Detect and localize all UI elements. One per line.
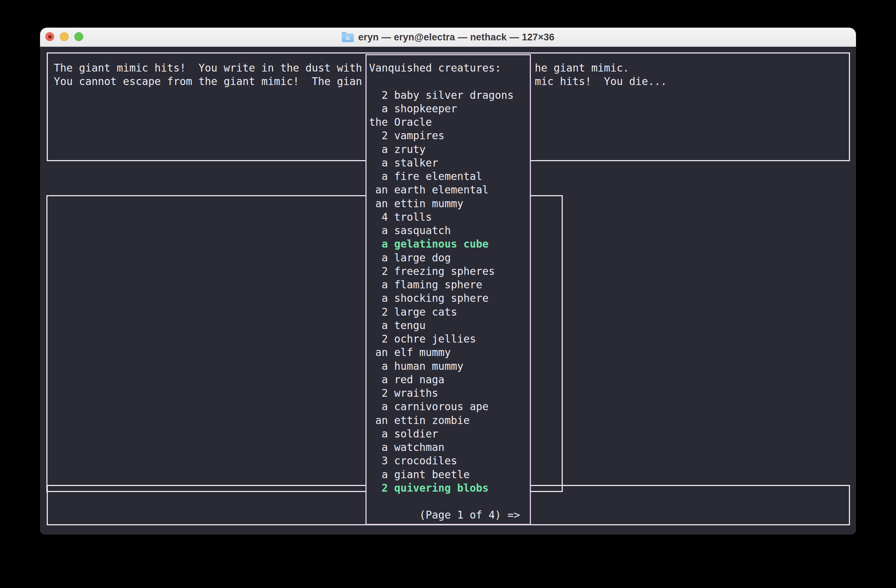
menu-item: 2 large cats bbox=[369, 305, 530, 319]
menu-item: 2 ochre jellies bbox=[369, 332, 530, 346]
menu-item: a flaming sphere bbox=[369, 278, 530, 291]
terminal-window: ⌂ eryn — eryn@electra — nethack — 127×36… bbox=[40, 27, 856, 535]
menu-item: 2 vampires bbox=[369, 129, 530, 142]
menu-item: 2 wraiths bbox=[369, 387, 530, 400]
menu-item: 2 quivering blobs bbox=[369, 481, 530, 495]
message-text-right: he giant mimic. mic hits! You die... bbox=[535, 61, 667, 88]
terminal-screen[interactable]: The giant mimic hits! You write in the d… bbox=[40, 47, 856, 535]
menu-item: a carnivorous ape bbox=[369, 400, 530, 413]
menu-items: 2 baby silver dragons a shopkeeperthe Or… bbox=[369, 88, 530, 495]
menu-item: a zruty bbox=[369, 143, 530, 156]
menu-item: a human mummy bbox=[369, 360, 530, 373]
modified-dot-icon bbox=[48, 35, 52, 39]
house-glyph-icon: ⌂ bbox=[345, 35, 349, 41]
message-text-left: The giant mimic hits! You write in the d… bbox=[54, 61, 362, 88]
zoom-button[interactable] bbox=[75, 32, 83, 41]
close-button[interactable] bbox=[45, 32, 54, 41]
menu-item: 2 baby silver dragons bbox=[369, 88, 530, 102]
menu-item: a soldier bbox=[369, 427, 530, 441]
message-line: he giant mimic. bbox=[535, 61, 667, 75]
menu-item: an ettin mummy bbox=[369, 197, 530, 210]
menu-pager: (Page 1 of 4) => bbox=[369, 508, 530, 522]
home-folder-icon: ⌂ bbox=[342, 33, 354, 42]
menu-item: a shocking sphere bbox=[369, 291, 530, 305]
menu-item: the Oracle bbox=[369, 116, 530, 129]
traffic-lights bbox=[45, 32, 83, 41]
menu-item: a watchman bbox=[369, 441, 530, 454]
menu-item: a tengu bbox=[369, 319, 530, 332]
vanquished-creatures-menu: Vanquished creatures: 2 baby silver drag… bbox=[366, 54, 531, 525]
menu-item: a sasquatch bbox=[369, 224, 530, 237]
menu-item: 4 trolls bbox=[369, 210, 530, 224]
menu-item: a giant beetle bbox=[369, 468, 530, 481]
minimize-button[interactable] bbox=[60, 32, 69, 41]
menu-item: a stalker bbox=[369, 156, 530, 170]
menu-blank-line bbox=[369, 75, 530, 88]
menu-item: a red naga bbox=[369, 373, 530, 387]
menu-blank-line bbox=[369, 495, 530, 508]
menu-item: an elf mummy bbox=[369, 346, 530, 359]
menu-item: an ettin zombie bbox=[369, 414, 530, 427]
menu-item: 3 crocodiles bbox=[369, 454, 530, 468]
menu-item: a gelatinous cube bbox=[369, 237, 530, 251]
message-line: You cannot escape from the giant mimic! … bbox=[54, 75, 362, 88]
menu-item: a large dog bbox=[369, 251, 530, 265]
window-title: eryn — eryn@electra — nethack — 127×36 bbox=[358, 32, 555, 43]
window-titlebar[interactable]: ⌂ eryn — eryn@electra — nethack — 127×36 bbox=[40, 27, 856, 47]
menu-item: a shopkeeper bbox=[369, 102, 530, 116]
menu-item: a fire elemental bbox=[369, 170, 530, 183]
message-line: mic hits! You die... bbox=[535, 75, 667, 88]
message-line: The giant mimic hits! You write in the d… bbox=[54, 61, 362, 75]
menu-item: 2 freezing spheres bbox=[369, 265, 530, 278]
menu-item: an earth elemental bbox=[369, 183, 530, 197]
titlebar-center: ⌂ eryn — eryn@electra — nethack — 127×36 bbox=[40, 27, 856, 47]
menu-title: Vanquished creatures: bbox=[369, 61, 530, 75]
